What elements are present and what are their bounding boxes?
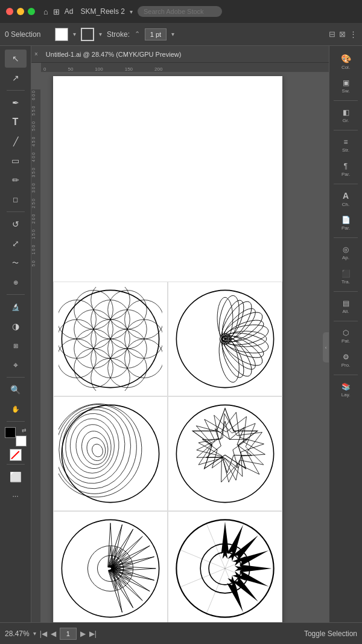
canvas-area[interactable]: × Untitled-1.ai @ 28.47% (CMYK/GPU Previ… — [31, 46, 329, 622]
toggle-selection-button[interactable]: Toggle Selection — [304, 630, 357, 638]
line-tool[interactable]: ╱ — [5, 132, 27, 150]
align-icon[interactable]: ⊠ — [339, 30, 346, 39]
nav-first-button[interactable]: |◀ — [40, 630, 47, 638]
svg-point-41 — [84, 436, 108, 463]
direct-selection-tool[interactable]: ↗ — [5, 69, 27, 87]
svg-point-43 — [74, 423, 113, 470]
workspace-label: Ad — [65, 7, 74, 16]
stroke-unit-dropdown[interactable]: ▾ — [171, 31, 174, 37]
panel-collapse-handle[interactable]: ‹ — [323, 332, 329, 362]
hand-tool[interactable]: ✋ — [5, 400, 27, 418]
minimize-button[interactable] — [17, 8, 24, 15]
panel-divider-4 — [334, 237, 358, 238]
svg-point-48 — [59, 402, 145, 501]
swap-colors-icon[interactable]: ⇄ — [22, 427, 27, 433]
fill-dropdown-arrow[interactable]: ▾ — [73, 31, 76, 37]
none-swatch[interactable] — [10, 449, 22, 461]
fill-swatch[interactable] — [55, 28, 68, 41]
canvas-content: ‹ — [41, 72, 329, 622]
pen-tool[interactable]: ✒ — [5, 94, 27, 112]
zoom-dropdown-arrow[interactable]: ▾ — [33, 630, 36, 637]
warp-tool[interactable]: 〜 — [5, 254, 27, 272]
tool-divider-4 — [7, 377, 25, 378]
nav-prev-button[interactable]: ◀ — [51, 630, 56, 638]
pencil-tool[interactable]: ✏ — [5, 171, 27, 189]
ellipsis-tool[interactable]: ··· — [5, 487, 27, 505]
mesh-tool[interactable]: ⊞ — [5, 336, 27, 355]
nav-next-button[interactable]: ▶ — [80, 630, 86, 638]
pattern-cell-4 — [168, 396, 282, 511]
background-color-box[interactable] — [16, 436, 27, 446]
arrange-icon[interactable]: ⊟ — [329, 30, 335, 39]
right-panel: 🎨 Col. ▣ Sw. ◧ Gr. ≡ Str. ¶ Par. A Ch. 📄… — [329, 46, 362, 622]
page-number-input[interactable] — [60, 628, 77, 640]
doc-name: SKM_Reels 2 — [81, 7, 125, 16]
type-tool[interactable]: T — [5, 113, 27, 131]
selection-tool[interactable]: ↖ — [5, 50, 27, 68]
character-panel-button[interactable]: A Ch. — [332, 188, 360, 210]
artboard — [53, 76, 282, 622]
align-panel-button[interactable]: ▤ Ali. — [332, 295, 360, 317]
home-icon[interactable]: ⌂ — [43, 7, 48, 16]
transform-panel-label: Tra. — [341, 279, 350, 285]
stroke-up-icon[interactable]: ⌃ — [135, 30, 140, 38]
pathfinder-panel-button[interactable]: ⬡ Pat. — [332, 325, 360, 347]
shape-tool[interactable]: ▭ — [5, 152, 27, 170]
gradient-panel-button[interactable]: ◧ Gr. — [332, 105, 360, 126]
paragraph-panel-icon: ¶ — [344, 162, 348, 170]
more-icon[interactable]: ⋮ — [349, 30, 357, 39]
layers-panel-icon: 📚 — [341, 382, 351, 391]
nav-icons: ⌂ ⊞ Ad SKM_Reels 2 ▾ — [43, 7, 133, 16]
swatches-panel-button[interactable]: ▣ Sw. — [332, 75, 360, 97]
stroke-panel-label: Str. — [342, 147, 349, 153]
ruler-horizontal: 0 50 100 150 200 — [41, 63, 329, 72]
grid-icon[interactable]: ⊞ — [53, 7, 60, 16]
status-bar: 28.47% ▾ |◀ ◀ ▶ ▶| Toggle Selection — [0, 622, 362, 644]
concentric-spiral-pattern — [59, 402, 162, 506]
eraser-tool[interactable]: ◻ — [5, 190, 27, 208]
foreground-color-box[interactable] — [5, 427, 16, 438]
panel-divider-7 — [334, 375, 358, 375]
layers-panel-button[interactable]: 📚 Lay. — [332, 379, 360, 401]
properties-panel-button[interactable]: ⚙ Pro. — [332, 349, 360, 371]
collapse-icon: ‹ — [325, 345, 327, 350]
paragraph2-panel-button[interactable]: 📄 Par. — [332, 212, 360, 234]
star-polygon-pattern — [173, 402, 277, 506]
close-button[interactable] — [6, 8, 13, 15]
svg-point-72 — [87, 546, 133, 591]
stroke-panel-button[interactable]: ≡ Str. — [332, 134, 360, 156]
search-input[interactable] — [138, 6, 222, 17]
color-selector[interactable]: ⇄ — [5, 427, 27, 446]
paragraph-panel-button[interactable]: ¶ Par. — [332, 158, 360, 180]
svg-marker-52 — [192, 408, 258, 469]
character-panel-label: Ch. — [342, 202, 349, 207]
lasso-tool[interactable]: ⌖ — [5, 356, 27, 374]
svg-point-51 — [176, 405, 273, 502]
chevron-down-icon[interactable]: ▾ — [130, 8, 133, 15]
stroke-swatch[interactable] — [81, 28, 94, 41]
stroke-value-input[interactable] — [145, 28, 167, 40]
swatches-panel-label: Sw. — [342, 88, 350, 94]
transform-panel-button[interactable]: ⬛ Tra. — [332, 266, 360, 288]
svg-point-59 — [62, 520, 159, 617]
pattern-cell-1 — [53, 282, 168, 396]
traffic-lights — [6, 8, 35, 15]
maximize-button[interactable] — [28, 8, 35, 15]
puppet-warp-tool[interactable]: ⊕ — [5, 273, 27, 291]
rotate-tool[interactable]: ↺ — [5, 215, 27, 233]
gradient-tool[interactable]: ◑ — [5, 317, 27, 335]
zoom-tool[interactable]: 🔍 — [5, 381, 27, 399]
tab-close-button[interactable]: × — [31, 51, 41, 57]
artboard-tool[interactable]: ⬜ — [5, 468, 27, 486]
paragraph2-panel-icon: 📄 — [341, 216, 351, 224]
appearance-panel-button[interactable]: ◎ Ap. — [332, 242, 360, 263]
panel-divider-1 — [334, 100, 358, 101]
tool-divider-6 — [7, 464, 25, 465]
color-panel-button[interactable]: 🎨 Col. — [332, 51, 360, 72]
eyedropper-tool[interactable]: 🔬 — [5, 298, 27, 316]
nav-last-button[interactable]: ▶| — [89, 630, 97, 638]
scale-tool[interactable]: ⤢ — [5, 234, 27, 253]
stroke-dropdown-arrow[interactable]: ▾ — [99, 31, 102, 37]
svg-point-42 — [79, 429, 110, 467]
properties-panel-icon: ⚙ — [343, 353, 349, 361]
